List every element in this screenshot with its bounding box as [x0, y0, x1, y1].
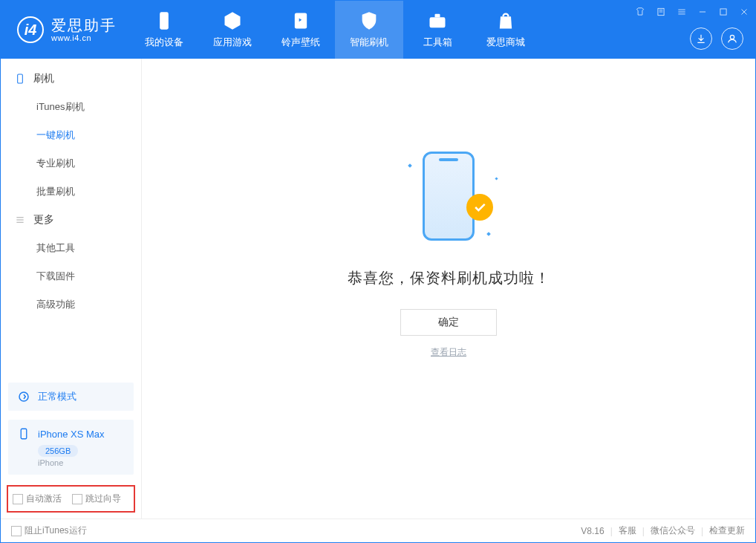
device-mode-card[interactable]: 正常模式 — [8, 383, 134, 411]
user-button[interactable] — [721, 27, 743, 50]
nav-device[interactable]: 我的设备 — [130, 1, 198, 59]
minimize-button[interactable] — [696, 5, 709, 19]
close-icon — [739, 7, 749, 17]
svg-rect-0 — [160, 12, 169, 29]
success-illustration — [382, 140, 515, 252]
titlebar: i4 爱思助手 www.i4.cn 我的设备 应用游戏 铃声壁纸 智能刷机 — [1, 1, 755, 59]
separator: | — [642, 526, 645, 536]
phone-icon — [154, 10, 175, 31]
minimize-icon — [697, 7, 708, 17]
check-update-link[interactable]: 检查更新 — [709, 524, 745, 537]
sparkle-icon — [486, 232, 491, 236]
menu-icon — [677, 7, 687, 17]
main-content: 恭喜您，保资料刷机成功啦！ 确定 查看日志 — [142, 59, 755, 518]
nav-label: 爱思商城 — [486, 36, 525, 49]
mode-label: 正常模式 — [38, 390, 76, 403]
logo-text: 爱思助手 www.i4.cn — [51, 17, 117, 42]
close-button[interactable] — [737, 5, 751, 19]
nav-apps[interactable]: 应用游戏 — [198, 1, 267, 59]
app-url: www.i4.cn — [51, 33, 117, 42]
header-round-buttons — [690, 27, 743, 50]
block-itunes-checkbox[interactable]: 阻止iTunes运行 — [11, 524, 87, 537]
device-card[interactable]: iPhone XS Max 256GB iPhone — [8, 420, 134, 475]
skin-button[interactable] — [633, 5, 647, 19]
svg-rect-5 — [720, 9, 726, 15]
nav-label: 工具箱 — [423, 36, 452, 49]
ok-button[interactable]: 确定 — [400, 309, 497, 336]
statusbar-left: 阻止iTunes运行 — [11, 524, 87, 537]
skip-guide-checkbox[interactable]: 跳过向导 — [72, 492, 121, 505]
checkbox-icon — [13, 494, 23, 504]
app-window: i4 爱思助手 www.i4.cn 我的设备 应用游戏 铃声壁纸 智能刷机 — [0, 0, 756, 543]
checkbox-icon — [11, 526, 22, 536]
cube-icon — [222, 10, 243, 31]
sidebar-section-flash[interactable]: 刷机 — [1, 65, 141, 93]
maximize-icon — [718, 7, 729, 17]
separator: | — [701, 526, 703, 536]
window-controls — [633, 5, 751, 19]
sidebar-item-other-tools[interactable]: 其他工具 — [1, 234, 141, 262]
logo-area: i4 爱思助手 www.i4.cn — [1, 16, 130, 43]
success-badge — [466, 194, 493, 221]
nav-store[interactable]: 爱思商城 — [472, 1, 540, 59]
svg-rect-9 — [21, 429, 27, 439]
phone-graphic — [423, 152, 475, 241]
menu-button[interactable] — [675, 5, 688, 19]
version-label: V8.16 — [581, 526, 604, 536]
music-icon — [290, 10, 311, 31]
body: 刷机 iTunes刷机 一键刷机 专业刷机 批量刷机 更多 其他工具 下载固件 … — [1, 59, 755, 518]
wechat-link[interactable]: 微信公众号 — [651, 524, 695, 537]
svg-point-6 — [730, 35, 734, 39]
toolbox-icon — [427, 10, 448, 31]
sidebar-item-batch-flash[interactable]: 批量刷机 — [1, 178, 141, 206]
sidebar: 刷机 iTunes刷机 一键刷机 专业刷机 批量刷机 更多 其他工具 下载固件 … — [1, 59, 142, 518]
statusbar: 阻止iTunes运行 V8.16 | 客服 | 微信公众号 | 检查更新 — [1, 518, 755, 542]
sidebar-item-itunes-flash[interactable]: iTunes刷机 — [1, 93, 141, 121]
device-head: iPhone XS Max — [17, 427, 125, 440]
section-label: 更多 — [33, 213, 54, 227]
storage-pill: 256GB — [38, 445, 78, 457]
sparkle-icon — [408, 163, 412, 168]
svg-point-8 — [19, 392, 28, 401]
view-log-link[interactable]: 查看日志 — [431, 346, 466, 359]
svg-rect-3 — [435, 14, 440, 18]
app-logo-icon: i4 — [17, 16, 44, 43]
form-icon — [656, 7, 666, 17]
nav-label: 应用游戏 — [213, 36, 252, 49]
sidebar-section-more[interactable]: 更多 — [1, 206, 141, 234]
checkbox-icon — [72, 494, 82, 504]
auto-activate-checkbox[interactable]: 自动激活 — [13, 492, 62, 505]
phone-outline-icon — [14, 73, 26, 85]
shield-refresh-icon — [359, 10, 379, 31]
download-button[interactable] — [690, 27, 712, 50]
shirt-icon — [635, 7, 645, 17]
section-label: 刷机 — [33, 72, 54, 85]
phone-small-icon — [17, 427, 30, 440]
support-link[interactable]: 客服 — [619, 524, 636, 537]
label: 跳过向导 — [85, 493, 121, 504]
sidebar-item-advanced[interactable]: 高级功能 — [1, 290, 141, 319]
user-icon — [726, 33, 738, 45]
sidebar-spacer — [1, 319, 141, 378]
maximize-button[interactable] — [717, 5, 730, 19]
download-icon — [695, 33, 707, 45]
svg-rect-1 — [295, 13, 307, 29]
statusbar-right: V8.16 | 客服 | 微信公众号 | 检查更新 — [581, 524, 745, 537]
nav-flash[interactable]: 智能刷机 — [335, 1, 403, 59]
list-icon — [14, 214, 26, 226]
sparkle-icon — [495, 177, 498, 180]
sidebar-item-oneclick-flash[interactable]: 一键刷机 — [1, 121, 141, 149]
label: 阻止iTunes运行 — [25, 525, 87, 536]
sidebar-item-pro-flash[interactable]: 专业刷机 — [1, 149, 141, 178]
nav-label: 智能刷机 — [350, 36, 388, 49]
sidebar-item-download-firmware[interactable]: 下载固件 — [1, 262, 141, 290]
nav-toolbox[interactable]: 工具箱 — [403, 1, 472, 59]
highlighted-options: 自动激活 跳过向导 — [7, 485, 135, 513]
circle-arrow-icon — [17, 390, 30, 403]
device-type: iPhone — [38, 458, 125, 467]
nav-ringtone[interactable]: 铃声壁纸 — [267, 1, 335, 59]
check-icon — [472, 200, 487, 215]
separator: | — [610, 526, 613, 536]
feedback-button[interactable] — [654, 5, 668, 19]
bag-icon — [495, 10, 516, 31]
